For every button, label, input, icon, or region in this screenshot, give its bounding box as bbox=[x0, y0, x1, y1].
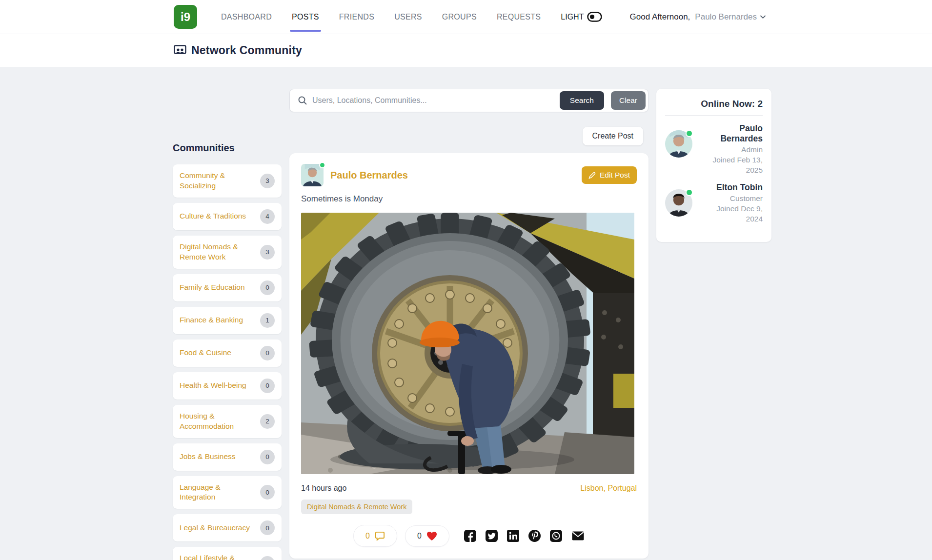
nav-friends[interactable]: FRIENDS bbox=[339, 0, 374, 34]
community-count-badge: 0 bbox=[260, 520, 275, 535]
comments-button[interactable]: 0 bbox=[353, 525, 397, 547]
pinterest-icon[interactable] bbox=[528, 530, 541, 542]
community-label: Culture & Traditions bbox=[180, 211, 250, 221]
community-count-badge: 0 bbox=[260, 379, 275, 393]
community-item-culture-traditions[interactable]: Culture & Traditions 4 bbox=[173, 203, 282, 230]
community-label: Local Lifestyle & Travel bbox=[180, 553, 260, 560]
nav-requests[interactable]: REQUESTS bbox=[497, 0, 541, 34]
content-area: Communities Community & Socializing 3 Cu… bbox=[0, 67, 932, 560]
page-title: Network Community bbox=[191, 44, 302, 57]
post-timestamp: 14 hours ago bbox=[301, 484, 346, 493]
community-item-digital-nomads[interactable]: Digital Nomads & Remote Work 3 bbox=[173, 236, 282, 269]
topbar: i9 DASHBOARD POSTS FRIENDS USERS GROUPS … bbox=[0, 0, 932, 34]
comment-bubble-icon bbox=[375, 531, 385, 541]
online-user-joined: Joined Dec 9, 2024 bbox=[698, 204, 763, 224]
chevron-down-icon bbox=[760, 15, 766, 19]
theme-toggle[interactable]: LIGHT bbox=[561, 12, 602, 22]
community-item-local-lifestyle-travel[interactable]: Local Lifestyle & Travel 3 bbox=[173, 547, 282, 560]
community-label: Food & Cuisine bbox=[180, 348, 235, 358]
community-item-housing-accommodation[interactable]: Housing & Accommodation 2 bbox=[173, 405, 282, 438]
communities-heading: Communities bbox=[173, 142, 282, 154]
post-text: Sometimes is Monday bbox=[301, 194, 637, 204]
community-count-badge: 3 bbox=[260, 245, 275, 260]
community-count-badge: 1 bbox=[260, 313, 275, 328]
post-image bbox=[301, 213, 634, 474]
online-now-panel: Online Now: 2 Paulo Bernardes Admin Join… bbox=[656, 89, 771, 242]
comments-count: 0 bbox=[365, 532, 370, 540]
online-user-joined: Joined Feb 13, 2025 bbox=[698, 155, 763, 176]
post-community-tag[interactable]: Digital Nomads & Remote Work bbox=[301, 500, 412, 514]
online-user-role: Customer bbox=[698, 194, 763, 203]
community-count-badge: 2 bbox=[260, 414, 275, 429]
community-label: Housing & Accommodation bbox=[180, 411, 260, 432]
twitter-icon[interactable] bbox=[486, 530, 498, 542]
toggle-icon bbox=[587, 12, 602, 22]
theme-label: LIGHT bbox=[561, 13, 584, 21]
community-item-health-wellbeing[interactable]: Health & Well-being 0 bbox=[173, 372, 282, 400]
online-user-info: Elton Tobin Customer Joined Dec 9, 2024 bbox=[698, 182, 763, 224]
post-author-avatar bbox=[301, 164, 324, 186]
search-button[interactable]: Search bbox=[560, 91, 604, 110]
community-label: Legal & Bureaucracy bbox=[180, 523, 254, 533]
edit-post-label: Edit Post bbox=[600, 171, 630, 180]
topbar-right: Good Afternoon, Paulo Bernardes bbox=[630, 12, 766, 22]
community-label: Health & Well-being bbox=[180, 380, 250, 391]
likes-button[interactable]: 0 bbox=[405, 525, 449, 547]
online-now-title: Online Now: 2 bbox=[665, 99, 763, 116]
search-input[interactable] bbox=[312, 96, 555, 105]
community-count-badge: 0 bbox=[260, 485, 275, 500]
title-band: Network Community bbox=[0, 34, 932, 67]
email-icon[interactable] bbox=[571, 531, 585, 541]
nav-posts[interactable]: POSTS bbox=[292, 0, 319, 34]
community-label: Language & Integration bbox=[180, 482, 260, 503]
online-user-avatar bbox=[665, 189, 692, 217]
community-item-jobs-business[interactable]: Jobs & Business 0 bbox=[173, 443, 282, 471]
post-action-row: 0 0 bbox=[301, 525, 637, 547]
online-status-dot bbox=[319, 162, 325, 168]
post-location-link[interactable]: Lisbon, Portugal bbox=[580, 484, 637, 493]
social-share-row bbox=[464, 530, 585, 542]
community-item-food-cuisine[interactable]: Food & Cuisine 0 bbox=[173, 340, 282, 367]
heart-icon bbox=[426, 531, 437, 541]
community-label: Family & Education bbox=[180, 282, 249, 293]
online-user-row: Elton Tobin Customer Joined Dec 9, 2024 bbox=[665, 182, 763, 224]
community-label: Finance & Banking bbox=[180, 315, 247, 325]
online-user-row: Paulo Bernardes Admin Joined Feb 13, 202… bbox=[665, 123, 763, 176]
edit-post-button[interactable]: Edit Post bbox=[582, 166, 637, 184]
online-user-name: Elton Tobin bbox=[698, 182, 763, 193]
main-nav: DASHBOARD POSTS FRIENDS USERS GROUPS REQ… bbox=[221, 0, 602, 34]
community-count-badge: 3 bbox=[260, 556, 275, 560]
main-column: Search Clear Create Post Paulo Bernardes… bbox=[289, 89, 648, 559]
community-count-badge: 0 bbox=[260, 346, 275, 360]
nav-groups[interactable]: GROUPS bbox=[442, 0, 477, 34]
facebook-icon[interactable] bbox=[464, 530, 476, 542]
create-post-button[interactable]: Create Post bbox=[583, 127, 643, 145]
online-status-dot bbox=[686, 130, 693, 137]
post-author-name[interactable]: Paulo Bernardes bbox=[330, 170, 408, 181]
community-item-legal-bureaucracy[interactable]: Legal & Bureaucracy 0 bbox=[173, 514, 282, 541]
search-icon bbox=[298, 96, 307, 105]
community-icon bbox=[174, 45, 186, 57]
app-logo[interactable]: i9 bbox=[174, 5, 197, 29]
search-bar: Search Clear bbox=[289, 89, 648, 112]
community-item-finance-banking[interactable]: Finance & Banking 1 bbox=[173, 307, 282, 334]
user-menu[interactable]: Paulo Bernardes bbox=[695, 12, 766, 22]
online-user-role: Admin bbox=[698, 145, 763, 154]
community-item-family-education[interactable]: Family & Education 0 bbox=[173, 274, 282, 301]
nav-dashboard[interactable]: DASHBOARD bbox=[221, 0, 272, 34]
post-meta-row: 14 hours ago Lisbon, Portugal bbox=[301, 484, 637, 493]
community-item-language-integration[interactable]: Language & Integration 0 bbox=[173, 476, 282, 509]
create-post-row: Create Post bbox=[289, 127, 648, 145]
communities-sidebar: Communities Community & Socializing 3 Cu… bbox=[173, 142, 282, 560]
linkedin-icon[interactable] bbox=[507, 530, 519, 542]
whatsapp-icon[interactable] bbox=[550, 530, 562, 542]
clear-button[interactable]: Clear bbox=[611, 91, 646, 110]
community-count-badge: 4 bbox=[260, 209, 275, 224]
pencil-icon bbox=[588, 172, 596, 179]
post-card: Paulo Bernardes Edit Post Sometimes is M… bbox=[289, 153, 648, 559]
community-count-badge: 0 bbox=[260, 280, 275, 295]
nav-users[interactable]: USERS bbox=[394, 0, 422, 34]
online-user-name: Paulo Bernardes bbox=[698, 123, 763, 144]
online-status-dot bbox=[686, 189, 693, 196]
community-item-community-socializing[interactable]: Community & Socializing 3 bbox=[173, 164, 282, 198]
